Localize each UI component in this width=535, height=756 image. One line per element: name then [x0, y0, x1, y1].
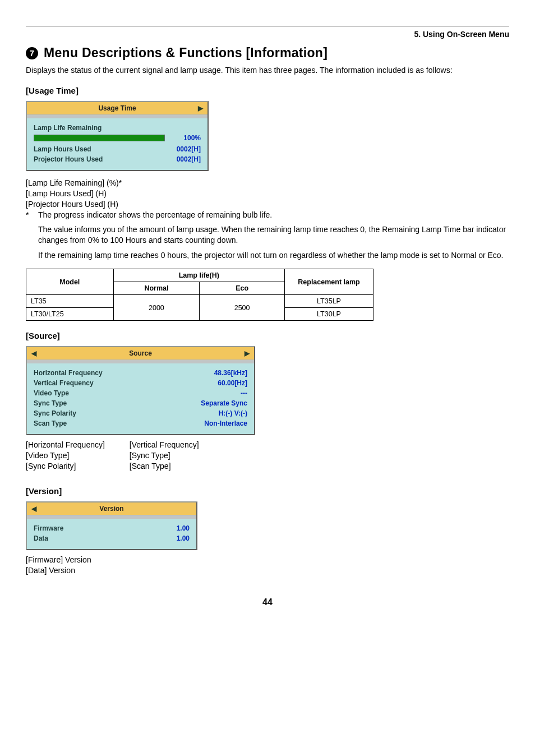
legend-item: [Vertical Frequency] — [130, 440, 199, 450]
lamp-life-progress — [34, 135, 165, 141]
projector-hours-used-label: Projector Hours Used — [34, 154, 103, 164]
src-value: --- — [69, 388, 247, 398]
src-label: Horizontal Frequency — [34, 368, 103, 378]
ver-value: 1.00 — [48, 533, 190, 543]
source-osd: ◀ Source ▶ Horizontal Frequency48.36[kHz… — [26, 346, 255, 435]
note-paragraph: If the remaining lamp time reaches 0 hou… — [38, 250, 509, 261]
legend-item: [Scan Type] — [130, 461, 199, 472]
legend-item: [Video Type] — [26, 450, 105, 461]
footnote-mark: * — [26, 210, 38, 220]
lamp-life-table: Model Lamp life(H) Replacement lamp Norm… — [26, 269, 373, 321]
lamp-life-remaining-label: Lamp Life Remaining — [34, 123, 102, 133]
table-cell: 2500 — [200, 295, 285, 321]
ver-label: Data — [34, 533, 48, 543]
arrow-left-icon: ◀ — [31, 349, 36, 357]
version-heading: [Version] — [26, 486, 509, 496]
legend-item: [Firmware] Version — [26, 555, 509, 565]
th-model: Model — [26, 269, 114, 295]
legend-item: [Data] Version — [26, 565, 509, 576]
arrow-left-icon: ◀ — [31, 505, 36, 513]
section-title: Menu Descriptions & Functions [Informati… — [44, 45, 328, 61]
ver-label: Firmware — [34, 523, 63, 533]
desc-line: [Lamp Hours Used] (H) — [26, 188, 509, 199]
table-cell: LT30LP — [285, 308, 373, 321]
section-number-badge: 7 — [26, 47, 38, 59]
src-label: Sync Polarity — [34, 408, 76, 418]
osd-title-usage-time: Usage Time — [98, 104, 136, 112]
th-eco: Eco — [200, 282, 285, 295]
desc-line: [Lamp Life Remaining] (%)* — [26, 178, 509, 188]
src-label: Video Type — [34, 388, 69, 398]
table-cell: LT30/LT25 — [26, 308, 114, 321]
usage-time-osd: Usage Time ▶ Lamp Life Remaining 100% La… — [26, 101, 209, 171]
th-normal: Normal — [113, 282, 200, 295]
usage-time-heading: [Usage Time] — [26, 86, 509, 95]
lamp-hours-used-label: Lamp Hours Used — [34, 144, 91, 154]
note-paragraph: The value informs you of the amount of l… — [38, 224, 509, 246]
chapter-label: 5. Using On-Screen Menu — [26, 30, 509, 39]
version-osd: ◀ Version Firmware1.00 Data1.00 — [26, 501, 197, 550]
src-label: Vertical Frequency — [34, 378, 94, 388]
th-lamp-life: Lamp life(H) — [113, 269, 284, 282]
src-value: Non-Interlace — [67, 418, 247, 428]
th-replacement: Replacement lamp — [285, 269, 373, 295]
src-value: Separate Sync — [67, 398, 247, 408]
src-label: Sync Type — [34, 398, 67, 408]
src-label: Scan Type — [34, 418, 67, 428]
legend-item: [Sync Polarity] — [26, 461, 105, 472]
lamp-hours-used-value: 0002[H] — [91, 144, 201, 154]
arrow-right-icon: ▶ — [245, 349, 250, 357]
source-heading: [Source] — [26, 331, 509, 340]
table-cell: LT35 — [26, 295, 114, 308]
intro-paragraph: Displays the status of the current signa… — [26, 65, 509, 76]
osd-title-version: Version — [99, 505, 123, 513]
desc-line: [Projector Hours Used] (H) — [26, 199, 509, 210]
legend-item: [Horizontal Frequency] — [26, 440, 105, 450]
legend-item: [Sync Type] — [130, 450, 199, 461]
src-value: 48.36[kHz] — [103, 368, 247, 378]
src-value: H:(-) V:(-) — [76, 408, 247, 418]
footnote-text: The progress indicator shows the percent… — [38, 210, 272, 220]
table-cell: LT35LP — [285, 295, 373, 308]
page-number: 44 — [26, 597, 509, 607]
src-value: 60.00[Hz] — [94, 378, 247, 388]
lamp-life-remaining-value: 100% — [174, 134, 201, 142]
projector-hours-used-value: 0002[H] — [103, 154, 201, 164]
ver-value: 1.00 — [63, 523, 190, 533]
osd-title-source: Source — [129, 349, 152, 357]
arrow-right-icon: ▶ — [198, 104, 203, 112]
table-cell: 2000 — [113, 295, 200, 321]
